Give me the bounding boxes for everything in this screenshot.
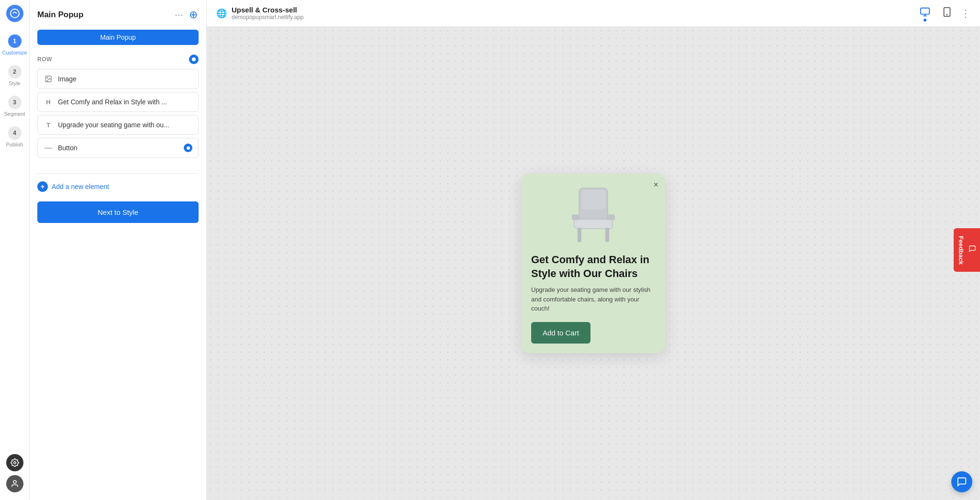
element-text-left: T Upgrade your seating game with ou...: [44, 120, 169, 130]
desktop-view-button[interactable]: [917, 4, 933, 22]
nav-step-1: 1: [8, 34, 22, 48]
element-heading[interactable]: H Get Comfy and Relax in Style with ...: [37, 92, 199, 112]
feedback-tab[interactable]: Feedback: [954, 228, 980, 272]
next-to-style-button[interactable]: Next to Style: [37, 201, 199, 223]
chair-svg: [557, 183, 629, 245]
sidebar-panel: Main Popup ⋯ ⊕ Main Popup ROW Image: [30, 0, 207, 500]
nav-bottom: [6, 454, 23, 500]
svg-point-4: [47, 78, 48, 78]
add-circle-icon: +: [37, 181, 48, 192]
mobile-view-button[interactable]: [939, 4, 955, 22]
nav-item-publish[interactable]: 4 Publish: [0, 122, 29, 152]
element-heading-label: Get Comfy and Relax in Style with ...: [58, 98, 167, 106]
heading-icon: H: [44, 97, 53, 107]
popup-card: × Get Comf: [522, 174, 665, 353]
svg-point-0: [11, 9, 19, 18]
feedback-label: Feedback: [958, 236, 965, 265]
nav-item-customize[interactable]: 1 Customize: [0, 30, 29, 60]
sidebar-more-btn[interactable]: ⋯: [174, 8, 184, 22]
topbar-right: ⋮: [917, 4, 970, 22]
element-list: Image H Get Comfy and Relax in Style wit…: [37, 69, 199, 158]
sidebar-header-actions: ⋯ ⊕: [174, 8, 199, 22]
add-element-label: Add a new element: [52, 183, 109, 190]
popup-heading: Get Comfy and Relax in Style with Our Ch…: [531, 253, 656, 280]
button-icon: —: [44, 143, 53, 153]
svg-rect-11: [574, 219, 612, 229]
app-logo[interactable]: [6, 5, 23, 22]
nav-label-publish: Publish: [6, 142, 23, 147]
nav-label-segment: Segment: [4, 111, 25, 117]
site-url: demopopupsmart.netlify.app: [232, 14, 304, 21]
settings-button[interactable]: [6, 454, 23, 471]
row-settings-dot[interactable]: [189, 55, 199, 64]
svg-rect-5: [921, 8, 929, 14]
element-button-label: Button: [58, 144, 77, 152]
svg-rect-14: [572, 214, 579, 220]
element-button-dot: [184, 144, 192, 152]
element-button-left: — Button: [44, 143, 77, 153]
nav-step-3: 3: [8, 96, 22, 109]
nav-step-4: 4: [8, 126, 22, 140]
svg-point-1: [13, 462, 16, 464]
nav-item-segment[interactable]: 3 Segment: [0, 91, 29, 122]
row-label-area: ROW: [37, 55, 199, 64]
element-heading-left: H Get Comfy and Relax in Style with ...: [44, 97, 167, 107]
nav-step-2: 2: [8, 65, 22, 78]
topbar: 🌐 Upsell & Cross-sell demopopupsmart.net…: [207, 0, 980, 27]
svg-rect-13: [605, 228, 609, 242]
svg-point-2: [13, 480, 16, 483]
popup-close-button[interactable]: ×: [653, 180, 658, 189]
chat-bubble-button[interactable]: [951, 471, 972, 492]
user-button[interactable]: [6, 475, 23, 492]
svg-rect-12: [578, 228, 581, 242]
preview-area: × Get Comf: [207, 27, 980, 500]
sidebar-title: Main Popup: [37, 10, 83, 20]
popup-description: Upgrade your seating game with our styli…: [531, 285, 656, 313]
nav-label-customize: Customize: [2, 50, 27, 56]
sidebar-add-btn[interactable]: ⊕: [188, 8, 199, 22]
element-text[interactable]: T Upgrade your seating game with ou...: [37, 115, 199, 135]
site-name: Upsell & Cross-sell: [232, 6, 304, 14]
svg-rect-16: [581, 190, 605, 209]
nav-item-style[interactable]: 2 Style: [0, 60, 29, 91]
popup-chair-image: [531, 183, 656, 245]
row-label-text: ROW: [37, 56, 52, 63]
element-image[interactable]: Image: [37, 69, 199, 89]
element-image-label: Image: [58, 75, 77, 83]
popup-add-to-cart-button[interactable]: Add to Cart: [531, 322, 590, 344]
left-nav: 1 Customize 2 Style 3 Segment 4 Publish: [0, 0, 30, 500]
sidebar-divider: [37, 173, 199, 174]
element-text-label: Upgrade your seating game with ou...: [58, 121, 169, 129]
svg-rect-15: [608, 214, 615, 220]
element-image-left: Image: [44, 74, 77, 84]
main-content: 🌐 Upsell & Cross-sell demopopupsmart.net…: [207, 0, 980, 500]
add-element-btn[interactable]: + Add a new element: [37, 181, 199, 192]
sidebar-header: Main Popup ⋯ ⊕: [37, 8, 199, 22]
site-info: Upsell & Cross-sell demopopupsmart.netli…: [232, 6, 304, 21]
topbar-left: 🌐 Upsell & Cross-sell demopopupsmart.net…: [216, 6, 304, 21]
element-button[interactable]: — Button: [37, 138, 199, 158]
main-popup-button[interactable]: Main Popup: [37, 30, 199, 45]
globe-icon: 🌐: [216, 8, 227, 19]
topbar-more-button[interactable]: ⋮: [961, 8, 970, 19]
nav-label-style: Style: [9, 80, 20, 86]
image-icon: [44, 74, 53, 84]
text-icon: T: [44, 120, 53, 130]
